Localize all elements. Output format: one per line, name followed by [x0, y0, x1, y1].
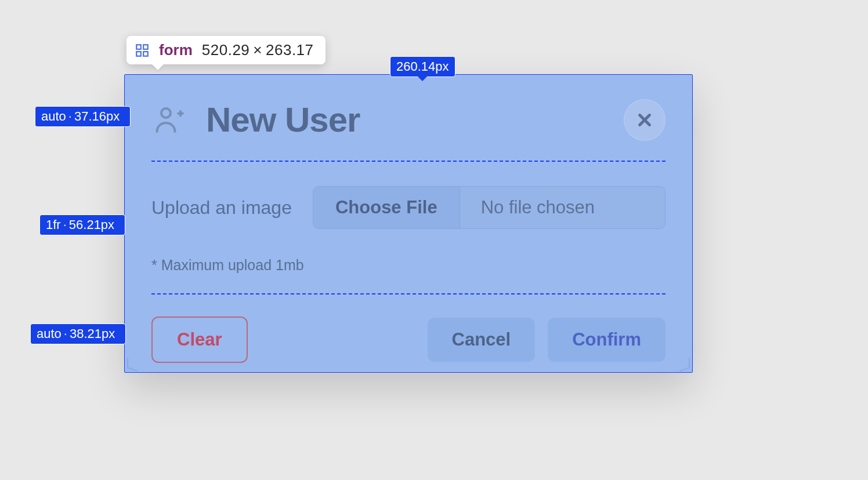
new-user-form: New User Upload an image Choose File No …: [124, 74, 693, 373]
cancel-button[interactable]: Cancel: [428, 318, 536, 362]
devtools-tag-name: form: [159, 41, 193, 59]
close-icon: [635, 110, 654, 130]
choose-file-button[interactable]: Choose File: [313, 187, 460, 228]
svg-point-4: [161, 108, 171, 118]
upload-row: Upload an image Choose File No file chos…: [151, 186, 666, 229]
form-body: Upload an image Choose File No file chos…: [151, 161, 666, 294]
devtools-element-tooltip: form 520.29×263.17: [126, 36, 326, 64]
devtools-dimensions: 520.29×263.17: [202, 41, 314, 59]
form-header: New User: [151, 99, 666, 141]
upload-label: Upload an image: [151, 197, 292, 219]
devtools-row-size-pill: 1fr·56.21px: [39, 214, 125, 235]
close-button[interactable]: [624, 99, 666, 141]
upload-hint: * Maximum upload 1mb: [151, 257, 666, 274]
user-plus-icon: [151, 103, 186, 137]
svg-rect-1: [143, 45, 148, 49]
confirm-button[interactable]: Confirm: [548, 318, 666, 362]
svg-rect-3: [143, 52, 148, 56]
clear-button[interactable]: Clear: [151, 317, 248, 363]
grid-icon: [135, 43, 150, 58]
devtools-row-size-pill: auto·38.21px: [30, 323, 126, 344]
svg-rect-2: [136, 52, 141, 56]
file-status-text: No file chosen: [460, 187, 665, 228]
file-input[interactable]: Choose File No file chosen: [313, 186, 666, 229]
form-title: New User: [206, 103, 360, 137]
devtools-column-width-pill: 260.14px: [390, 56, 455, 77]
form-footer: Clear Cancel Confirm: [151, 314, 666, 363]
devtools-row-size-pill: auto·37.16px: [35, 106, 131, 127]
svg-rect-0: [136, 45, 141, 49]
